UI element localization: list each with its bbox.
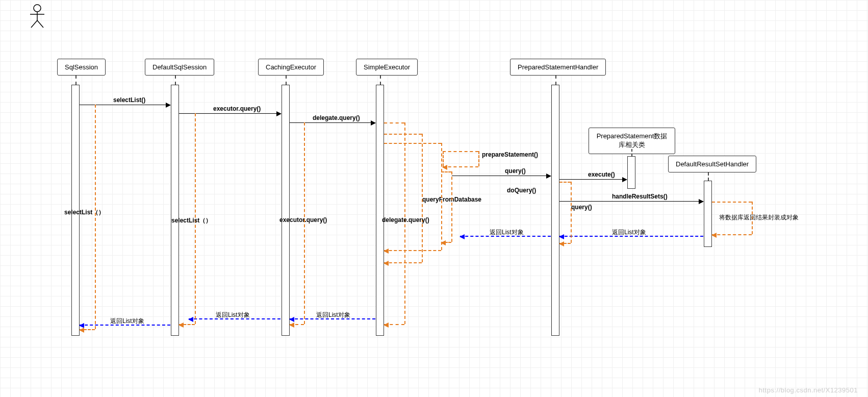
arrow-handleresultsets [559,201,703,202]
lifeline-defaultresultsethandler: DefaultResultSetHandler [668,156,756,172]
orange-path [95,105,96,329]
label-preparestatement: prepareStatement() [482,151,538,158]
label-selectlist-ret-1: selectList（） [64,208,105,217]
orange-path [80,329,95,330]
label-selectlist: selectList() [113,96,145,104]
self-call-bottom [443,166,478,167]
result-wrap-bottom [712,234,752,235]
activation-simpleexecutor [376,85,384,336]
arrow-executorquery [179,113,281,114]
label-handleresultsets: handleResultSets() [612,193,668,200]
label-selectlist-ret-2: selectList（） [171,216,212,225]
lifeline-dash [631,149,632,156]
result-wrap-top [712,202,752,203]
orange-path [559,243,571,244]
orange-path [384,250,441,251]
orange-path [422,134,423,262]
label-executorquery-ret: executor.query() [279,216,327,224]
lifeline-dash [708,172,709,181]
label-doquery: doQuery() [507,187,536,194]
orange-path [179,324,195,325]
arrow-delegatequery [290,122,375,123]
self-call-top [443,151,478,152]
orange-path [441,242,451,243]
label-query: query() [505,167,526,175]
orange-path [384,122,404,123]
lifeline-dash [380,76,381,85]
label-query-ret: query() [571,204,592,211]
orange-path [384,134,422,135]
orange-path [384,262,422,263]
svg-point-0 [34,5,41,12]
lifeline-sqlsession: SqlSession [57,59,106,76]
activation-defaultsqlsession [171,85,179,336]
lifeline-dash [555,76,556,85]
orange-path [441,143,442,250]
arrow-selectlist [80,105,170,105]
activation-preparedstatementhandler [551,85,559,336]
lifeline-dash [286,76,287,85]
orange-path [384,324,404,325]
label-delegatequery-ret: delegate.query() [382,216,429,224]
label-delegatequery: delegate.query() [313,114,360,121]
label-return-3: 返回List对象 [316,311,350,319]
lifeline-dash [75,76,76,85]
label-resultwrap: 将数据库返回结果封装成对象 [719,213,799,222]
lifeline-defaultsqlsession: DefaultSqlSession [145,59,214,76]
orange-path [451,171,452,242]
label-executorquery: executor.query() [213,105,261,112]
orange-path [441,171,451,172]
self-call-left [443,151,444,166]
label-execute: execute() [588,171,615,178]
lifeline-dash [175,76,176,85]
label-return-5: 返回List对象 [110,317,144,326]
orange-path [290,324,304,325]
activation-defaultresultsethandler [704,181,712,247]
orange-path [384,143,441,144]
activation-cachingexecutor [282,85,290,336]
label-return-4: 返回List对象 [216,311,250,319]
orange-path [559,182,571,183]
lifeline-preparedstatementhandler: PreparedStatementHandler [510,59,606,76]
lifeline-cachingexecutor: CachingExecutor [258,59,324,76]
watermark: https://blog.csdn.net/X1239501 [759,386,858,394]
self-call-right [478,151,479,166]
label-return-1: 返回List对象 [612,228,646,237]
activation-preparedstatement [627,156,635,189]
arrow-query [452,176,551,176]
arrow-execute [559,179,627,180]
label-return-2: 返回List对象 [490,228,524,237]
lifeline-simpleexecutor: SimpleExecutor [356,59,418,76]
svg-line-4 [37,20,43,28]
svg-line-3 [31,20,37,28]
actor-icon [28,4,46,30]
orange-path [571,182,572,243]
